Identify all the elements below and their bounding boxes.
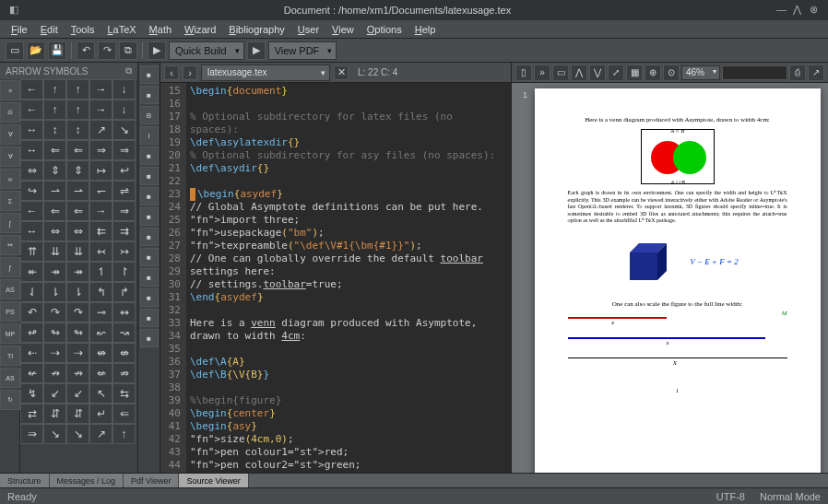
preview-book-icon[interactable]: ▭ [552, 64, 569, 81]
structure-btn-8[interactable]: ■ [140, 228, 159, 246]
symbols-detach-icon[interactable]: ⧉ [125, 65, 132, 76]
arrow-symbol[interactable]: ↘ [66, 424, 89, 444]
preview-down-icon[interactable]: ⋁ [589, 64, 606, 81]
arrow-symbol[interactable]: ↔ [20, 140, 43, 160]
arrow-symbol[interactable]: ↠ [66, 262, 89, 282]
arrow-symbol[interactable]: ↗ [89, 424, 112, 444]
arrow-symbol[interactable]: ↘ [43, 424, 66, 444]
arrow-symbol[interactable]: ↾ [112, 262, 136, 282]
symbol-category-4[interactable]: ∞ [0, 169, 20, 189]
structure-btn-12[interactable]: ■ [140, 309, 159, 327]
arrow-symbol[interactable]: ⇢ [66, 343, 89, 363]
arrow-symbol[interactable]: ↞ [20, 262, 43, 282]
arrow-symbol[interactable]: ⇂ [66, 282, 89, 302]
arrow-symbol[interactable]: ⇢ [43, 343, 66, 363]
arrow-symbol[interactable]: ↠ [43, 262, 66, 282]
minimize-icon[interactable]: — [776, 4, 789, 17]
structure-btn-4[interactable]: ■ [140, 147, 159, 165]
view-icon[interactable]: ▶ [247, 41, 266, 60]
arrow-symbol[interactable]: ↦ [89, 160, 112, 181]
arrow-symbol[interactable]: ⇐ [66, 140, 89, 160]
arrow-symbol[interactable]: ↯ [20, 383, 43, 404]
arrow-symbol[interactable]: ⇕ [66, 160, 89, 181]
arrow-symbol[interactable]: ↛ [66, 363, 89, 383]
menu-latex[interactable]: LaTeX [101, 22, 141, 37]
arrow-symbol[interactable]: ⇵ [66, 404, 89, 424]
structure-btn-5[interactable]: ■ [140, 167, 159, 185]
editor-body[interactable]: 1516171819202122232425262728293031323334… [160, 83, 511, 473]
undo-icon[interactable]: ↶ [77, 41, 95, 60]
arrow-symbol[interactable]: ⇊ [43, 241, 66, 262]
symbol-category-6[interactable]: ∫ [0, 213, 20, 233]
arrow-symbol[interactable]: ⇈ [20, 241, 43, 262]
arrow-symbol[interactable]: ⇎ [112, 343, 136, 363]
arrow-symbol[interactable]: ⇛ [20, 424, 43, 444]
arrow-symbol[interactable]: ⇊ [66, 241, 89, 262]
arrow-symbol[interactable]: ⇌ [112, 181, 136, 201]
arrow-symbol[interactable]: ↱ [112, 282, 136, 302]
arrow-symbol[interactable]: ⇀ [43, 181, 66, 201]
nav-back-icon[interactable]: ‹ [164, 65, 179, 80]
structure-btn-11[interactable]: ■ [140, 288, 159, 307]
close-icon[interactable]: ⊗ [810, 4, 822, 17]
arrow-symbol[interactable]: ↬ [66, 322, 89, 343]
maximize-icon[interactable]: ⋀ [793, 4, 806, 17]
preview-fit-icon[interactable]: ⤢ [608, 64, 624, 81]
arrow-symbol[interactable]: ⇆ [112, 383, 136, 404]
view-pdf-dropdown[interactable]: View PDF [268, 41, 337, 60]
menu-file[interactable]: File [6, 22, 33, 37]
arrow-symbol[interactable]: ↙ [66, 383, 89, 404]
symbol-category-0[interactable]: ≡ [0, 80, 20, 100]
redo-icon[interactable]: ↷ [98, 41, 116, 60]
arrow-symbol[interactable]: ↑ [43, 100, 66, 120]
symbol-category-2[interactable]: ∀ [0, 124, 20, 145]
menu-options[interactable]: Options [361, 22, 408, 37]
arrow-symbol[interactable]: ↷ [43, 302, 66, 322]
arrow-symbol[interactable]: ⊸ [89, 302, 112, 322]
structure-btn-6[interactable]: ■ [140, 187, 159, 205]
preview-eye-icon[interactable]: ⊙ [663, 64, 680, 81]
tab-source-viewer[interactable]: Source Viewer [179, 474, 248, 487]
file-close-icon[interactable]: ✕ [334, 65, 349, 80]
arrow-symbol[interactable]: ⇍ [89, 363, 112, 383]
arrow-symbol[interactable]: ↪ [20, 181, 43, 201]
symbol-category-8[interactable]: ƒ [0, 257, 20, 277]
preview-expand-icon[interactable]: » [534, 64, 550, 81]
arrow-symbol[interactable]: ↗ [89, 120, 112, 140]
arrow-symbol[interactable]: ⇒ [112, 201, 136, 221]
menu-edit[interactable]: Edit [35, 22, 64, 37]
tab-messages-log[interactable]: Messages / Log [50, 474, 124, 487]
arrow-symbol[interactable]: ⇐ [43, 201, 66, 221]
preview-grid-icon[interactable]: ▦ [626, 64, 643, 81]
symbol-category-5[interactable]: Σ [0, 191, 20, 211]
arrow-symbol[interactable]: ⇔ [20, 160, 43, 181]
symbol-category-12[interactable]: TI [0, 346, 20, 366]
arrow-symbol[interactable]: ← [20, 79, 43, 100]
arrow-symbol[interactable]: ↑ [66, 79, 89, 100]
structure-btn-13[interactable]: ■ [140, 329, 159, 347]
copy-icon[interactable]: ⧉ [119, 41, 137, 60]
arrow-symbol[interactable]: ⇇ [89, 221, 112, 241]
arrow-symbol[interactable]: ⇒ [89, 140, 112, 160]
arrow-symbol[interactable]: ↮ [89, 343, 112, 363]
structure-btn-7[interactable]: ■ [140, 207, 159, 226]
structure-btn-0[interactable]: ■ [140, 65, 159, 84]
arrow-symbol[interactable]: ↛ [43, 363, 66, 383]
arrow-symbol[interactable]: ↕ [66, 120, 89, 140]
preview-ext-icon[interactable]: ↗ [808, 64, 824, 81]
arrow-symbol[interactable]: ↘ [112, 120, 136, 140]
menu-view[interactable]: View [326, 22, 360, 37]
file-dropdown[interactable]: latexusage.tex [201, 64, 330, 81]
preview-mode-icon[interactable]: ▯ [515, 64, 532, 81]
arrow-symbol[interactable]: ⇕ [43, 160, 66, 181]
arrow-symbol[interactable]: ⇀ [66, 181, 89, 201]
arrow-symbol[interactable]: ↑ [112, 424, 136, 444]
arrow-symbol[interactable]: ↖ [89, 383, 112, 404]
structure-btn-3[interactable]: I [140, 126, 159, 145]
symbol-category-7[interactable]: ⇔ [0, 235, 20, 255]
arrow-symbol[interactable]: ↙ [43, 383, 66, 404]
arrow-symbol[interactable]: ↑ [66, 100, 89, 120]
arrow-symbol[interactable]: ↩ [112, 160, 136, 181]
symbol-category-1[interactable]: ⊙ [0, 102, 20, 123]
arrow-symbol[interactable]: ⇵ [43, 404, 66, 424]
